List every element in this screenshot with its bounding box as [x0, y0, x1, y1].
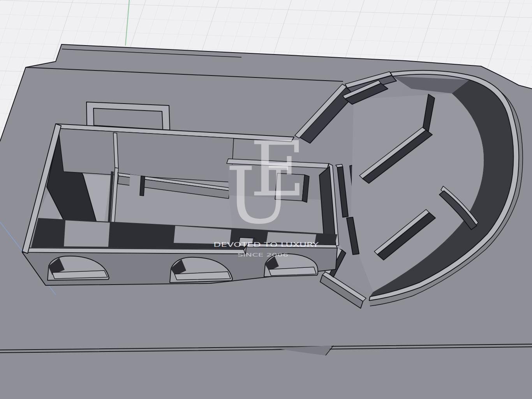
watermark-monogram-u: U	[226, 150, 292, 241]
model-viewport[interactable]: E U DEVOTED TO LUXURY SINCE 2006	[0, 0, 532, 399]
scene-canvas: E U DEVOTED TO LUXURY SINCE 2006	[0, 0, 532, 399]
watermark-since: SINCE 2006	[238, 252, 288, 258]
watermark-tagline: DEVOTED TO LUXURY	[213, 241, 319, 248]
